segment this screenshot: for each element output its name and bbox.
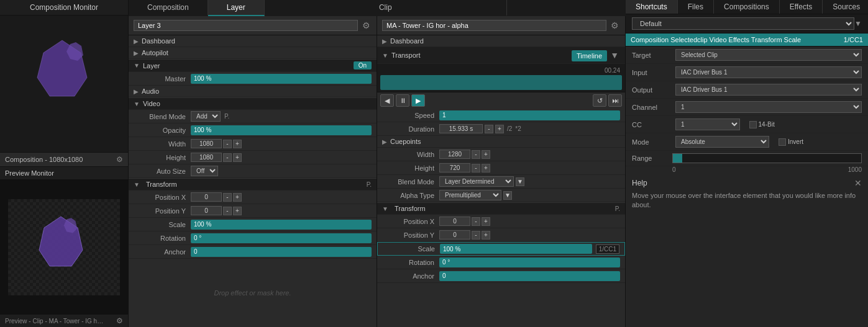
master-value: 100 %	[194, 75, 211, 82]
pos-y-value-text: 0	[191, 206, 222, 215]
right-panel: Shortcuts Files Compositions Effects Sou…	[626, 0, 868, 327]
next-frame-button[interactable]: ▶	[411, 94, 425, 107]
help-text: Move your mouse over the interface eleme…	[632, 191, 862, 210]
video-section-header[interactable]: ▼ Video	[129, 97, 377, 110]
clip-dashboard-row[interactable]: ▶ Dashboard	[377, 35, 625, 47]
clip-transform-arrow: ▼	[382, 205, 388, 212]
blend-mode-select[interactable]: Add	[191, 111, 221, 122]
layer-name-input[interactable]	[134, 20, 358, 31]
pos-y-plus[interactable]: +	[233, 207, 242, 215]
clip-transport-row[interactable]: ▼ Transport Timeline ▼	[377, 47, 625, 64]
clip-scale-value-text: 100 %	[443, 246, 460, 253]
clip-settings-button[interactable]: ⚙	[610, 19, 620, 32]
clip-blend-mode-select[interactable]: Layer Determined	[439, 176, 514, 187]
clip-width-plus[interactable]: +	[482, 150, 490, 159]
autopilot-label: Autopilot	[142, 49, 168, 56]
clip-anchor-slider[interactable]: 0	[439, 271, 620, 281]
layer-autopilot-row[interactable]: ▶ Autopilot	[129, 47, 377, 59]
channel-select[interactable]: 1	[675, 101, 862, 113]
rotation-value-text: 0 °	[194, 235, 201, 241]
tab-files[interactable]: Files	[678, 0, 714, 14]
clip-transform-label: Transform	[395, 205, 613, 212]
preview-settings-icon[interactable]: ⚙	[116, 316, 123, 325]
auto-size-select[interactable]: Off	[191, 166, 218, 176]
clip-width-minus[interactable]: -	[472, 150, 480, 159]
master-slider[interactable]: 100 %	[191, 74, 372, 84]
layer-settings-button[interactable]: ⚙	[361, 19, 372, 32]
duration-value-text: 15.933 s	[439, 124, 483, 133]
clip-pos-x-minus[interactable]: -	[472, 217, 480, 226]
channel-param-row: Channel 1	[626, 99, 868, 116]
clip-rotation-slider[interactable]: 0 °	[439, 258, 620, 267]
default-dropdown[interactable]: Default	[632, 17, 854, 30]
clip-anchor-value-text: 0	[442, 272, 446, 279]
clip-width-row: Width 1280 - +	[377, 148, 625, 161]
rotation-slider[interactable]: 0 °	[191, 233, 372, 243]
height-row: Height 1080 - +	[129, 151, 377, 164]
invert-checkbox[interactable]	[779, 138, 786, 146]
clip-pos-y-plus[interactable]: +	[482, 231, 490, 240]
range-max: 1000	[848, 166, 862, 173]
opacity-slider[interactable]: 100 %	[191, 125, 372, 135]
input-select[interactable]: IAC Driver Bus 1	[675, 66, 862, 78]
duration-plus[interactable]: +	[495, 125, 504, 133]
clip-height-minus[interactable]: -	[472, 164, 480, 172]
range-track[interactable]	[672, 153, 862, 163]
clip-name-input[interactable]	[382, 20, 606, 31]
output-label: Output	[632, 86, 672, 94]
pos-x-plus[interactable]: +	[233, 193, 242, 202]
layer-section-header[interactable]: ▼ Layer On	[129, 59, 377, 72]
height-plus[interactable]: +	[233, 153, 242, 162]
clip-height-plus[interactable]: +	[482, 164, 490, 172]
anchor-slider[interactable]: 0	[191, 247, 372, 257]
clip-anchor-value: 0	[439, 271, 620, 281]
prev-frame-button[interactable]: ◀	[380, 94, 394, 107]
play-pause-button[interactable]: ⏸	[396, 94, 409, 107]
blend-mode-dropdown-arrow[interactable]: ▼	[516, 177, 524, 186]
layer-dashboard-row[interactable]: ▶ Dashboard	[129, 35, 377, 47]
tab-shortcuts[interactable]: Shortcuts	[626, 0, 678, 14]
tab-sources[interactable]: Sources	[823, 0, 868, 14]
scale-slider[interactable]: 100 %	[191, 220, 372, 230]
timeline-button[interactable]: Timeline	[572, 50, 607, 61]
duration-minus[interactable]: -	[485, 125, 493, 133]
tab-effects[interactable]: Effects	[780, 0, 823, 14]
target-select[interactable]: Selected Clip	[675, 49, 862, 61]
clip-scale-slider[interactable]: 100 %	[440, 244, 592, 254]
tab-clip[interactable]: Clip	[265, 0, 507, 16]
mode-select[interactable]: Absolute	[675, 136, 769, 148]
output-select[interactable]: IAC Driver Bus 1	[675, 84, 862, 96]
range-numbers: 0 1000	[626, 166, 868, 173]
tab-compositions[interactable]: Compositions	[714, 0, 780, 14]
layer-audio-row[interactable]: ▶ Audio	[129, 86, 377, 97]
range-label: Range	[632, 155, 672, 162]
timeline-track[interactable]	[380, 75, 622, 90]
clip-cuepoints-row[interactable]: ▶ Cuepoints	[377, 136, 625, 148]
width-minus[interactable]: -	[223, 140, 232, 148]
bit14-checkbox[interactable]	[749, 121, 757, 128]
timeline-arrow-btn[interactable]: ▼	[609, 49, 620, 61]
comp-settings-icon[interactable]: ⚙	[116, 155, 123, 164]
loop-button[interactable]: ↺	[593, 94, 606, 107]
cc-select[interactable]: 1	[675, 119, 740, 130]
pos-y-minus[interactable]: -	[223, 207, 232, 215]
clip-rotation-value-text: 0 °	[442, 259, 450, 266]
clip-transform-section-header[interactable]: ▼ Transform P.	[377, 202, 625, 215]
alpha-type-dropdown-arrow[interactable]: ▼	[503, 191, 512, 200]
clip-pos-y-minus[interactable]: -	[472, 231, 480, 240]
cc-param-row: CC 1 14-Bit	[626, 116, 868, 133]
tab-composition[interactable]: Composition	[129, 0, 208, 16]
end-button[interactable]: ⏭	[608, 94, 622, 107]
transform-arrow: ▼	[134, 181, 140, 188]
clip-alpha-type-select[interactable]: Premultiplied	[439, 190, 501, 200]
clip-pos-x-plus[interactable]: +	[482, 217, 490, 226]
auto-size-label: Auto Size	[141, 168, 191, 175]
width-value-text: 1080	[191, 139, 222, 148]
width-plus[interactable]: +	[233, 140, 242, 148]
transform-section-header[interactable]: ▼ Transform P.	[129, 178, 377, 190]
height-minus[interactable]: -	[223, 153, 232, 162]
tab-layer[interactable]: Layer	[208, 0, 265, 16]
speed-slider[interactable]: 1	[439, 110, 620, 120]
help-close-button[interactable]: ✕	[854, 178, 862, 188]
pos-x-minus[interactable]: -	[223, 193, 232, 202]
